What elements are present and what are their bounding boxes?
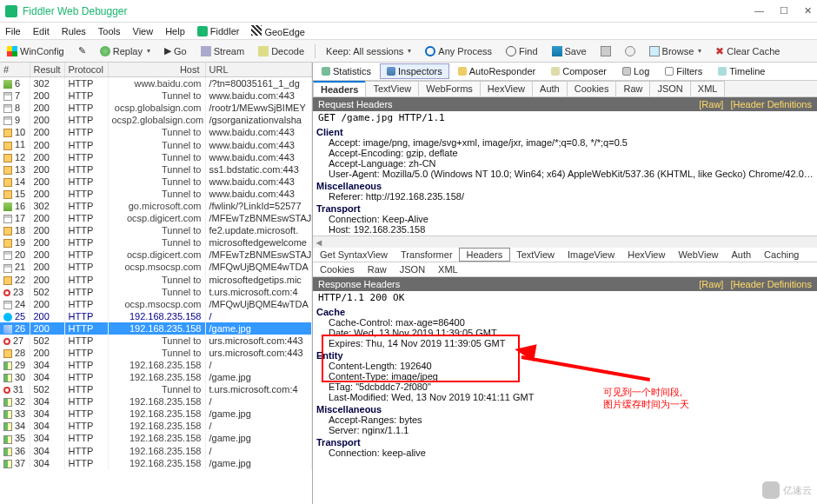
col-protocol[interactable]: Protocol xyxy=(64,63,108,77)
menu-geoedge[interactable]: GeoEdge xyxy=(251,25,304,37)
tab-log[interactable]: Log xyxy=(615,63,656,79)
save-button[interactable]: Save xyxy=(548,44,590,58)
tab-inspectors[interactable]: Inspectors xyxy=(380,63,449,79)
table-row[interactable]: 28200HTTPTunnel tours.microsoft.com:443 xyxy=(0,347,312,359)
timer-button[interactable] xyxy=(621,44,639,58)
table-row[interactable]: 25200HTTP192.168.235.158/ xyxy=(0,310,312,322)
reqtab-headers[interactable]: Headers xyxy=(313,81,366,96)
reqtab-xml[interactable]: XML xyxy=(690,81,726,96)
table-row[interactable]: 35304HTTP192.168.235.158/game.jpg xyxy=(0,432,312,444)
table-row[interactable]: 33304HTTP192.168.235.158/game.jpg xyxy=(0,408,312,420)
table-row[interactable]: 17200HTTPocsp.digicert.com/MFEwTzBNMEswS… xyxy=(0,212,312,224)
header-item[interactable]: Accept-Ranges: bytes xyxy=(329,414,814,425)
table-row[interactable]: 15200HTTPTunnel towww.baidu.com:443 xyxy=(0,188,312,200)
replay-button[interactable]: Replay xyxy=(96,44,154,58)
table-row[interactable]: 12200HTTPTunnel towww.baidu.com:443 xyxy=(0,151,312,163)
tab-timeline[interactable]: Timeline xyxy=(711,63,772,79)
maximize-button[interactable]: ☐ xyxy=(780,5,788,17)
table-row[interactable]: 27502HTTPTunnel tours.microsoft.com:443 xyxy=(0,335,312,347)
reqtab-webforms[interactable]: WebForms xyxy=(418,81,481,96)
reqtab-auth[interactable]: Auth xyxy=(532,81,568,96)
table-row[interactable]: 10200HTTPTunnel towww.baidu.com:443 xyxy=(0,126,312,138)
resptab-syntaxview[interactable]: Get SyntaxView xyxy=(313,248,395,262)
col-result[interactable]: Result xyxy=(30,63,64,77)
decode-button[interactable]: Decode xyxy=(255,44,308,58)
header-item[interactable]: Expires: Thu, 14 Nov 2019 11:39:05 GMT xyxy=(329,338,814,348)
header-item[interactable]: Referer: http://192.168.235.158/ xyxy=(329,191,814,202)
resp-hdrdef-link[interactable]: [Header Definitions xyxy=(730,279,812,289)
h-scrollbar[interactable]: ◄ xyxy=(313,235,817,248)
reqtab-hexview[interactable]: HexView xyxy=(480,81,533,96)
resptab-hexview[interactable]: HexView xyxy=(621,248,672,262)
resptab-xml[interactable]: XML xyxy=(431,262,465,276)
col-url[interactable]: URL xyxy=(205,63,312,77)
header-item[interactable]: Server: nginx/1.1.1 xyxy=(329,425,814,435)
sessions-table[interactable]: # Result Protocol Host URL 6302HTTPwww.b… xyxy=(0,63,312,469)
table-row[interactable]: 31502HTTPTunnel tot.urs.microsoft.com:4 xyxy=(0,383,312,395)
keep-sessions-dropdown[interactable]: Keep: All sessions xyxy=(322,44,415,58)
header-item[interactable]: Connection: keep-alive xyxy=(329,448,814,458)
resptab-raw[interactable]: Raw xyxy=(361,262,394,276)
table-row[interactable]: 23502HTTPTunnel tot.urs.microsoft.com:4 xyxy=(0,286,312,298)
header-item[interactable]: Host: 192.168.235.158 xyxy=(329,224,814,235)
resptab-json[interactable]: JSON xyxy=(393,262,432,276)
header-item[interactable]: Accept-Language: zh-CN xyxy=(329,158,814,169)
table-row[interactable]: 19200HTTPTunnel tomicrosoftedgewelcome xyxy=(0,236,312,249)
reqtab-json[interactable]: JSON xyxy=(649,81,690,96)
resp-raw-link[interactable]: [Raw] xyxy=(699,279,723,289)
table-row[interactable]: 22200HTTPTunnel tomicrosoftedgetips.mic xyxy=(0,274,312,286)
tab-filters[interactable]: Filters xyxy=(658,63,709,79)
header-item[interactable]: Cache-Control: max-age=86400 xyxy=(329,317,814,328)
table-row[interactable]: 18200HTTPTunnel tofe2.update.microsoft. xyxy=(0,224,312,236)
table-row[interactable]: 29304HTTP192.168.235.158/ xyxy=(0,359,312,371)
table-row[interactable]: 37304HTTP192.168.235.158/game.jpg xyxy=(0,457,312,469)
table-row[interactable]: 21200HTTPocsp.msocsp.com/MFQwUjBQME4wTDA xyxy=(0,261,312,273)
tab-autoresponder[interactable]: AutoResponder xyxy=(451,63,542,79)
reqtab-raw[interactable]: Raw xyxy=(615,81,650,96)
menu-tools[interactable]: Tools xyxy=(98,26,121,36)
col-host[interactable]: Host xyxy=(108,63,205,77)
screenshot-button[interactable] xyxy=(597,44,614,58)
clear-cache-button[interactable]: ✖Clear Cache xyxy=(712,44,783,58)
table-row[interactable]: 16302HTTPgo.microsoft.com/fwlink/?LinkId… xyxy=(0,200,312,212)
table-row[interactable]: 9200HTTPocsp2.globalsign.com/gsorganizat… xyxy=(0,114,312,126)
header-def-link[interactable]: [Header Definitions xyxy=(730,99,812,109)
table-row[interactable]: 7200HTTPTunnel towww.baidu.com:443 xyxy=(0,90,312,102)
table-row[interactable]: 36304HTTP192.168.235.158/ xyxy=(0,445,312,457)
raw-link[interactable]: [Raw] xyxy=(699,99,723,109)
menu-help[interactable]: Help xyxy=(165,26,185,36)
header-item[interactable]: ETag: "5dcbddc7-2f080" xyxy=(329,381,814,392)
resptab-imageview[interactable]: ImageView xyxy=(561,248,621,262)
col-num[interactable]: # xyxy=(0,63,30,77)
stream-button[interactable]: Stream xyxy=(197,44,248,58)
table-row[interactable]: 20200HTTPocsp.digicert.com/MFEwTzBNMEswS… xyxy=(0,249,312,261)
resptab-transformer[interactable]: Transformer xyxy=(394,248,460,262)
resptab-auth[interactable]: Auth xyxy=(724,248,758,262)
tab-statistics[interactable]: Statistics xyxy=(315,63,378,79)
header-item[interactable]: Connection: Keep-Alive xyxy=(329,214,814,224)
comment-button[interactable]: ✎ xyxy=(75,43,90,58)
resptab-cookies[interactable]: Cookies xyxy=(313,262,362,276)
minimize-button[interactable]: — xyxy=(754,5,764,17)
table-row[interactable]: 32304HTTP192.168.235.158/ xyxy=(0,395,312,408)
close-button[interactable]: ✕ xyxy=(804,5,812,17)
table-row[interactable]: 26200HTTP192.168.235.158/game.jpg xyxy=(0,322,312,335)
table-row[interactable]: 14200HTTPTunnel towww.baidu.com:443 xyxy=(0,176,312,188)
header-item[interactable]: User-Agent: Mozilla/5.0 (Windows NT 10.0… xyxy=(329,169,814,179)
resptab-textview[interactable]: TextView xyxy=(509,248,561,262)
menu-rules[interactable]: Rules xyxy=(62,26,86,36)
header-item[interactable]: Date: Wed, 13 Nov 2019 11:39:05 GMT xyxy=(329,328,814,338)
header-item[interactable]: Accept: image/png, image/svg+xml, image/… xyxy=(329,137,814,148)
table-row[interactable]: 11200HTTPTunnel towww.baidu.com:443 xyxy=(0,138,312,150)
table-row[interactable]: 30304HTTP192.168.235.158/game.jpg xyxy=(0,371,312,383)
table-row[interactable]: 8200HTTPocsp.globalsign.com/rootr1/MEwwS… xyxy=(0,102,312,114)
go-button[interactable]: ▶Go xyxy=(161,43,190,58)
header-item[interactable]: Content-Type: image/jpeg xyxy=(329,371,814,381)
any-process-button[interactable]: Any Process xyxy=(422,44,495,58)
resptab-webview[interactable]: WebView xyxy=(671,248,725,262)
find-button[interactable]: Find xyxy=(502,44,541,58)
reqtab-cookies[interactable]: Cookies xyxy=(567,81,617,96)
menu-view[interactable]: View xyxy=(133,26,154,36)
winconfig-button[interactable]: WinConfig xyxy=(3,44,68,58)
menu-edit[interactable]: Edit xyxy=(33,26,50,36)
